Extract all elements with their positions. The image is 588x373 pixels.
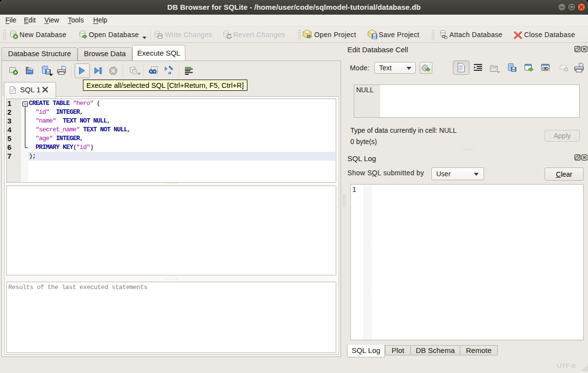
svg-text:a: a	[168, 69, 171, 75]
svg-text:b: b	[164, 66, 167, 71]
